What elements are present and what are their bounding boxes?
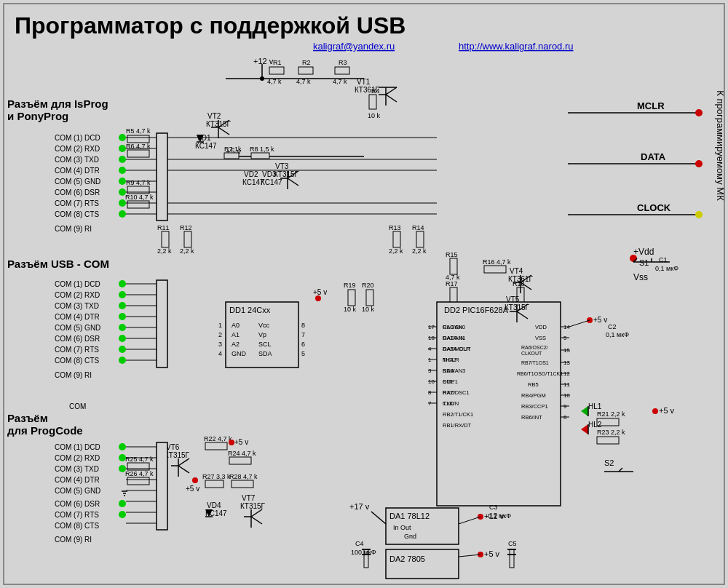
svg-text:8: 8	[301, 322, 305, 329]
svg-text:COM (6) DSR: COM (6) DSR	[55, 188, 100, 196]
svg-text:DA1  78L12: DA1 78L12	[389, 512, 430, 520]
svg-text:100 мкФ: 100 мкФ	[351, 549, 376, 556]
svg-text:4,7 k: 4,7 k	[267, 78, 282, 85]
svg-text:Vp: Vp	[258, 331, 266, 338]
svg-text:RB6/T1OSO/T1CK1: RB6/T1OSO/T1CK1	[517, 371, 563, 376]
svg-text:TH42: TH42	[443, 357, 456, 363]
svg-text:R20: R20	[362, 282, 374, 289]
svg-text:10 k: 10 k	[368, 112, 381, 119]
svg-point-336	[119, 511, 126, 518]
svg-rect-91	[597, 437, 619, 444]
svg-text:VD2: VD2	[244, 170, 258, 178]
svg-text:SCL: SCL	[258, 341, 272, 348]
svg-rect-75	[484, 266, 506, 273]
svg-text:+5 v: +5 v	[313, 288, 327, 296]
svg-rect-232	[232, 480, 253, 488]
svg-text:R15: R15	[446, 251, 458, 258]
svg-text:SDA: SDA	[258, 350, 272, 357]
svg-text:КС147: КС147	[195, 142, 217, 150]
svg-text:R13: R13	[389, 224, 401, 231]
svg-text:VT5: VT5	[506, 295, 520, 303]
svg-text:Gnd: Gnd	[404, 533, 416, 540]
svg-text:Разъём: Разъём	[7, 412, 48, 424]
svg-text:R17: R17	[446, 280, 458, 287]
svg-text:10 k: 10 k	[362, 306, 375, 313]
svg-text:COM (7) RTS: COM (7) RTS	[55, 511, 99, 519]
svg-rect-358	[157, 442, 167, 530]
svg-text:6: 6	[301, 341, 305, 348]
svg-text:R5  4,7 k: R5 4,7 k	[126, 127, 151, 135]
svg-text:DATA: DATA	[641, 151, 666, 162]
svg-text:VD3: VD3	[262, 170, 277, 178]
svg-text:Vcc: Vcc	[258, 322, 270, 329]
svg-text:A1: A1	[232, 331, 240, 338]
svg-text:RB6/INT: RB6/INT	[521, 414, 542, 421]
svg-point-309	[119, 302, 126, 309]
svg-text:COM (4) DTR: COM (4) DTR	[55, 313, 100, 321]
svg-text:http://www.kaligraf.narod.ru: http://www.kaligraf.narod.ru	[459, 41, 574, 52]
svg-point-22	[695, 160, 703, 167]
svg-text:COM (9) RI: COM (9) RI	[55, 536, 92, 544]
svg-text:1: 1	[218, 322, 222, 329]
svg-text:+5 v: +5 v	[234, 438, 248, 446]
svg-text:КТ315Г: КТ315Г	[240, 502, 266, 510]
svg-text:COM (3) TXD: COM (3) TXD	[55, 465, 99, 473]
svg-text:5: 5	[301, 350, 305, 357]
svg-text:RA1/AN1: RA1/AN1	[443, 335, 465, 341]
svg-text:Разъём для IsProg: Разъём для IsProg	[7, 98, 108, 110]
svg-text:COM (5) GND: COM (5) GND	[55, 487, 100, 495]
svg-text:RA0/AN0: RA0/AN0	[443, 324, 465, 330]
svg-text:VT3: VT3	[275, 162, 289, 170]
svg-rect-54	[251, 153, 269, 159]
main-container: Программатор с поддержкой USB kaligraf@y…	[0, 0, 728, 588]
svg-text:COM (5) GND: COM (5) GND	[55, 178, 100, 186]
svg-rect-230	[205, 480, 223, 488]
svg-text:VT2: VT2	[207, 112, 221, 120]
svg-text:КС147: КС147	[261, 178, 282, 186]
svg-text:DA2  7805: DA2 7805	[389, 555, 425, 563]
svg-text:Vss: Vss	[633, 272, 648, 282]
svg-text:RB7/T1OS1: RB7/T1OS1	[521, 360, 549, 365]
svg-text:A2: A2	[232, 341, 240, 348]
svg-text:+5 v: +5 v	[659, 406, 675, 415]
svg-text:COM (6) DSR: COM (6) DSR	[55, 335, 100, 343]
svg-text:0,1 мкФ: 0,1 мкФ	[655, 265, 678, 272]
svg-text:+5 v: +5 v	[593, 316, 607, 324]
svg-rect-48	[127, 135, 149, 143]
svg-point-296	[119, 178, 126, 185]
svg-text:RB5: RB5	[528, 381, 539, 388]
svg-rect-39	[298, 67, 313, 74]
svg-text:R8  1,5 k: R8 1,5 k	[250, 146, 274, 153]
svg-text:GND: GND	[232, 350, 247, 357]
svg-text:COM (2) RXD: COM (2) RXD	[55, 454, 100, 462]
svg-text:RB1/RX/DT: RB1/RX/DT	[443, 422, 472, 429]
svg-text:CMP1: CMP1	[443, 378, 458, 385]
svg-rect-50	[127, 150, 149, 157]
svg-rect-66	[393, 231, 400, 247]
svg-text:Программатор с поддержкой USB: Программатор с поддержкой USB	[15, 12, 405, 39]
svg-text:4,7 k: 4,7 k	[296, 78, 311, 85]
svg-text:CLK/N: CLK/N	[443, 400, 459, 407]
svg-point-134	[315, 295, 321, 301]
svg-text:R1: R1	[273, 59, 282, 66]
svg-text:R11: R11	[157, 224, 170, 231]
svg-text:COM (2) RXD: COM (2) RXD	[55, 145, 100, 153]
svg-text:VT1: VT1	[357, 78, 371, 86]
svg-text:2,2 k: 2,2 k	[180, 247, 194, 255]
svg-text:COM (9) RI: COM (9) RI	[55, 225, 92, 233]
svg-text:7: 7	[301, 331, 305, 338]
svg-point-298	[119, 188, 126, 196]
svg-text:COM (8) CTS: COM (8) CTS	[55, 357, 99, 365]
svg-rect-247	[386, 549, 459, 579]
svg-text:R27  3,3 k: R27 3,3 k	[202, 473, 231, 480]
svg-text:RA6/OSC2/: RA6/OSC2/	[521, 345, 548, 350]
svg-text:R14: R14	[412, 224, 424, 231]
svg-text:C5: C5	[508, 540, 517, 547]
svg-text:COM (4) DTR: COM (4) DTR	[55, 476, 100, 484]
svg-text:COM (1) DCD: COM (1) DCD	[55, 443, 100, 451]
svg-text:+5 v: +5 v	[484, 549, 500, 558]
svg-text:COM (7) RTS: COM (7) RTS	[55, 346, 99, 354]
svg-text:VDD: VDD	[535, 324, 547, 330]
svg-text:HL2: HL2	[588, 421, 602, 429]
svg-text:COM (1) DCD: COM (1) DCD	[55, 280, 100, 288]
